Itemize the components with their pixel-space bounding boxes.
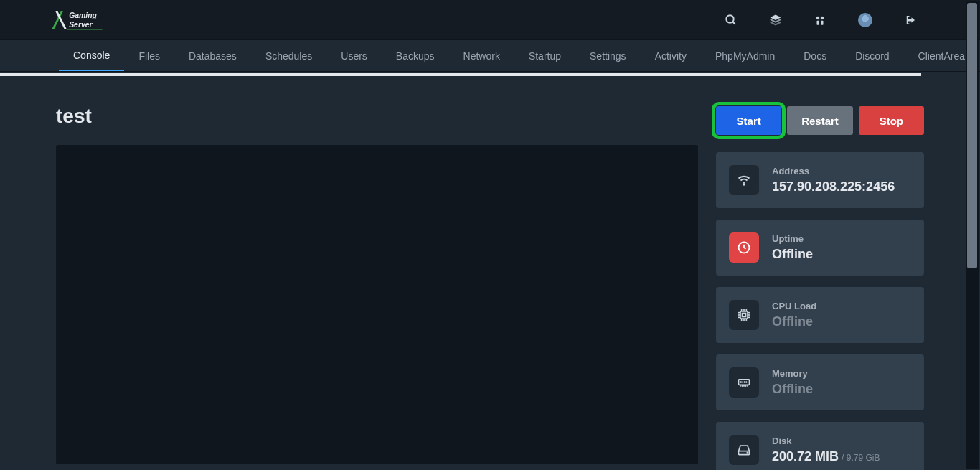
stat-disk-value-sub: / 9.79 GiB xyxy=(842,453,880,463)
svg-line-2 xyxy=(732,22,735,24)
stat-cpu-text: CPU Load Offline xyxy=(772,301,816,329)
console-terminal[interactable] xyxy=(56,145,698,464)
stat-memory-text: Memory Offline xyxy=(772,368,813,397)
right-panel: Start Restart Stop Address 157.90.208.22… xyxy=(716,105,924,470)
tab-activity[interactable]: Activity xyxy=(641,40,701,71)
svg-rect-13 xyxy=(743,314,746,317)
stat-address-label: Address xyxy=(772,166,895,177)
tab-settings[interactable]: Settings xyxy=(575,40,641,71)
avatar-icon[interactable] xyxy=(858,13,872,27)
tab-discord[interactable]: Discord xyxy=(841,40,903,71)
stat-cpu-value: Offline xyxy=(772,314,816,329)
memory-icon xyxy=(729,367,759,398)
stat-uptime-text: Uptime Offline xyxy=(772,233,813,262)
svg-rect-8 xyxy=(817,20,819,24)
stat-address: Address 157.90.208.225:2456 xyxy=(716,152,924,208)
stat-memory-label: Memory xyxy=(772,368,813,379)
start-button-label: Start xyxy=(737,115,761,127)
stat-memory: Memory Offline xyxy=(716,354,924,410)
search-icon[interactable] xyxy=(725,14,738,27)
tab-backups[interactable]: Backups xyxy=(382,40,449,71)
start-button[interactable]: Start xyxy=(716,106,781,135)
main-content: test Start Restart Stop Address 157.90.2… xyxy=(0,76,980,470)
svg-point-10 xyxy=(743,184,745,185)
settings-icon[interactable] xyxy=(814,14,826,27)
stat-uptime-label: Uptime xyxy=(772,233,813,244)
brand-logo[interactable]: Gaming Server xyxy=(49,9,142,32)
tab-databases[interactable]: Databases xyxy=(174,40,251,71)
cpu-icon xyxy=(729,300,759,330)
nav-tabs: Console Files Databases Schedules Users … xyxy=(0,39,980,72)
stop-button[interactable]: Stop xyxy=(859,106,924,135)
power-buttons: Start Restart Stop xyxy=(716,106,924,135)
tab-docs[interactable]: Docs xyxy=(789,40,841,71)
svg-rect-12 xyxy=(740,311,748,319)
logo-mark: Gaming Server xyxy=(49,9,142,32)
tab-schedules[interactable]: Schedules xyxy=(251,40,326,71)
stat-cpu: CPU Load Offline xyxy=(716,287,924,343)
tab-startup[interactable]: Startup xyxy=(514,40,575,71)
stat-address-value: 157.90.208.225:2456 xyxy=(772,179,895,194)
svg-point-37 xyxy=(747,452,748,453)
clock-icon xyxy=(729,232,759,263)
stat-disk-value: 200.72 MiB/ 9.79 GiB xyxy=(772,449,880,464)
stat-disk: Disk 200.72 MiB/ 9.79 GiB xyxy=(716,422,924,470)
stat-uptime-value: Offline xyxy=(772,247,813,262)
tab-phpmyadmin[interactable]: PhpMyAdmin xyxy=(701,40,789,71)
stat-disk-value-main: 200.72 MiB xyxy=(772,449,839,464)
svg-point-7 xyxy=(821,16,824,19)
left-panel: test xyxy=(56,105,705,470)
logo-text-2: Server xyxy=(69,20,93,28)
stat-uptime: Uptime Offline xyxy=(716,220,924,276)
stat-disk-text: Disk 200.72 MiB/ 9.79 GiB xyxy=(772,436,880,464)
restart-button[interactable]: Restart xyxy=(787,106,852,135)
stat-address-text: Address 157.90.208.225:2456 xyxy=(772,166,895,194)
tab-files[interactable]: Files xyxy=(124,40,174,71)
stat-memory-value: Offline xyxy=(772,382,813,397)
top-bar: Gaming Server xyxy=(0,0,980,39)
tab-network[interactable]: Network xyxy=(449,40,514,71)
svg-point-6 xyxy=(816,16,820,19)
stat-cpu-label: CPU Load xyxy=(772,301,816,311)
top-icons xyxy=(725,13,960,27)
server-title: test xyxy=(56,105,705,128)
logout-icon[interactable] xyxy=(904,14,917,27)
stat-disk-label: Disk xyxy=(772,436,880,446)
scrollbar-thumb[interactable] xyxy=(967,3,977,268)
logo-text-1: Gaming xyxy=(69,11,97,19)
svg-point-1 xyxy=(726,15,734,23)
layers-icon[interactable] xyxy=(769,14,782,27)
disk-icon xyxy=(729,435,759,465)
tab-console[interactable]: Console xyxy=(59,40,124,71)
wifi-icon xyxy=(729,165,759,195)
tab-users[interactable]: Users xyxy=(326,40,382,71)
svg-rect-9 xyxy=(821,20,824,24)
